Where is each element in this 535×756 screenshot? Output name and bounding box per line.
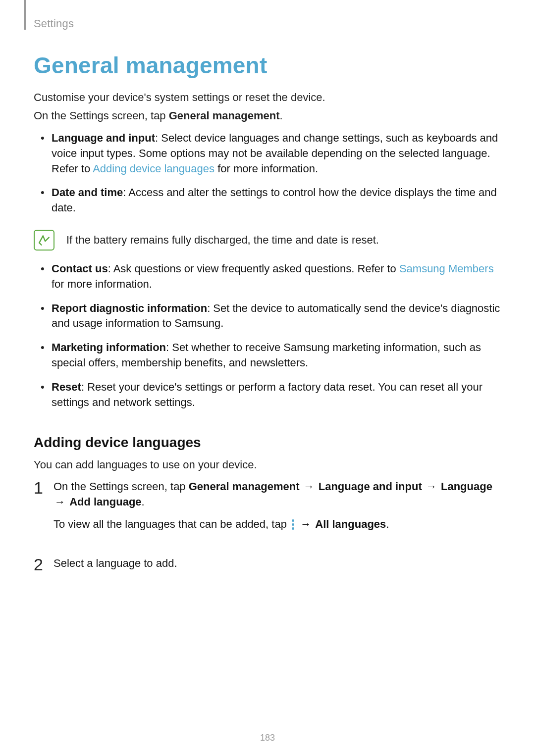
list-item: Reset: Reset your device's settings or p…: [34, 380, 501, 419]
step-1-line2-c: .: [386, 518, 389, 530]
arrow-icon: →: [425, 479, 438, 495]
link-adding-device-languages[interactable]: Adding device languages: [93, 162, 214, 175]
note-row: If the battery remains fully discharged,…: [34, 230, 501, 251]
item-label: Contact us: [52, 262, 108, 275]
step-1-line2-a: To view all the languages that can be ad…: [54, 518, 290, 530]
step-1: On the Settings screen, tap General mana…: [34, 479, 501, 555]
subheading: Adding device languages: [34, 433, 501, 452]
content-area: General management Customise your device…: [34, 50, 501, 595]
step-2-text: Select a language to add.: [54, 556, 501, 571]
step-1-path-2: Language and input: [319, 480, 422, 493]
document-page: Settings General management Customise yo…: [0, 0, 535, 756]
subheading-lead: You can add languages to use on your dev…: [34, 457, 501, 473]
item-label: Reset: [52, 381, 81, 393]
step-1-line-1: On the Settings screen, tap General mana…: [54, 479, 501, 510]
more-options-icon: [290, 519, 296, 531]
list-item: Date and time: Access and alter the sett…: [34, 185, 501, 225]
step-1-path-4: Add language: [69, 496, 141, 508]
step-1-path-3: Language: [441, 480, 492, 493]
crop-mark: [24, 0, 26, 30]
item-desc-b: for more information.: [214, 162, 318, 175]
note-text: If the battery remains fully discharged,…: [66, 233, 379, 248]
arrow-icon: →: [299, 517, 312, 532]
step-1-text-b: .: [142, 496, 145, 508]
feature-list-1: Language and input: Select device langua…: [34, 131, 501, 225]
list-item: Language and input: Select device langua…: [34, 131, 501, 185]
page-title: General management: [34, 50, 501, 81]
list-item: Report diagnostic information: Set the d…: [34, 301, 501, 341]
step-2: Select a language to add.: [34, 556, 501, 595]
item-desc-b: for more information.: [52, 278, 152, 290]
arrow-icon: →: [54, 495, 66, 510]
step-1-line-2: To view all the languages that can be ad…: [54, 517, 501, 532]
intro-text-2: On the Settings screen, tap General mana…: [34, 108, 501, 124]
intro-text-2-bold: General management: [169, 109, 280, 122]
item-label: Language and input: [52, 132, 155, 144]
item-label: Report diagnostic information: [52, 302, 207, 314]
page-number: 183: [0, 732, 535, 744]
item-label: Marketing information: [52, 341, 166, 353]
arrow-icon: →: [303, 479, 316, 495]
breadcrumb: Settings: [34, 16, 74, 32]
note-icon: [34, 230, 54, 251]
step-1-text-a: On the Settings screen, tap: [54, 480, 189, 493]
item-label: Date and time: [52, 186, 123, 199]
steps-list: On the Settings screen, tap General mana…: [34, 479, 501, 595]
step-1-path-1: General management: [189, 480, 300, 493]
link-samsung-members[interactable]: Samsung Members: [399, 262, 494, 275]
feature-list-2: Contact us: Ask questions or view freque…: [34, 261, 501, 419]
intro-text-2c: .: [279, 109, 282, 122]
list-item: Contact us: Ask questions or view freque…: [34, 261, 501, 301]
step-1-all-languages: All languages: [315, 518, 386, 530]
item-desc-a: : Reset your device's settings or perfor…: [52, 381, 482, 408]
item-desc-a: : Ask questions or view frequently asked…: [108, 262, 399, 275]
intro-text-2a: On the Settings screen, tap: [34, 109, 169, 122]
intro-text-1: Customise your device's system settings …: [34, 90, 501, 105]
list-item: Marketing information: Set whether to re…: [34, 340, 501, 380]
